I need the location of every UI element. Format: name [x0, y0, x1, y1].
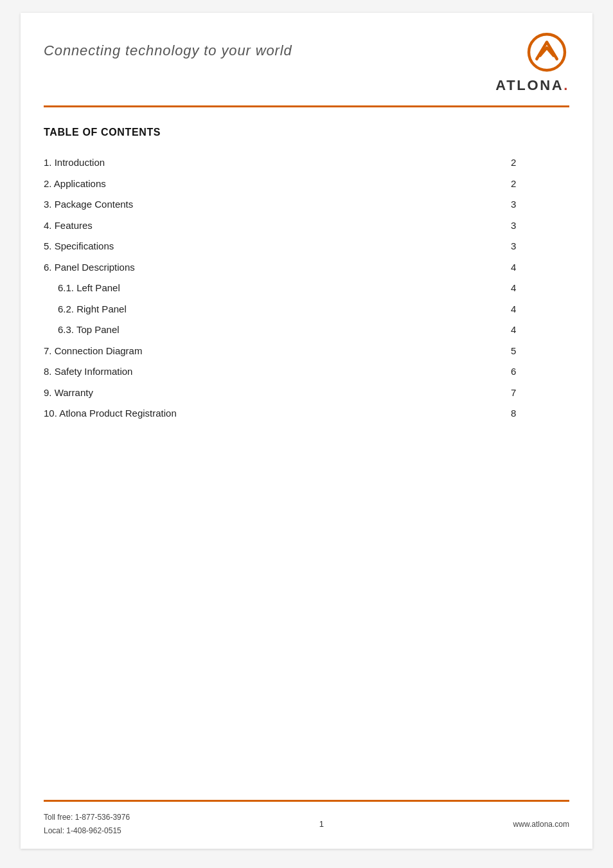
- svg-point-0: [529, 34, 565, 70]
- toc-row: 8. Safety Information6: [44, 361, 569, 383]
- footer-content: Toll free: 1-877-536-3976 Local: 1-408-9…: [21, 802, 592, 849]
- toc-item-page: 4: [511, 278, 569, 299]
- toc-item-label: 6.2. Right Panel: [44, 299, 511, 320]
- toc-row: 9. Warranty7: [44, 383, 569, 404]
- local-label: Local:: [44, 826, 66, 835]
- header: Connecting technology to your world ATLO…: [21, 13, 592, 94]
- toc-item-page: 2: [511, 152, 569, 174]
- toc-row: 6.3. Top Panel4: [44, 320, 569, 341]
- toc-item-page: 3: [511, 194, 569, 215]
- logo-text: ATLONA.: [495, 77, 569, 94]
- toc-row: 1. Introduction2: [44, 152, 569, 174]
- toll-free-number: 1-877-536-3976: [75, 813, 130, 822]
- local-line: Local: 1-408-962-0515: [44, 824, 130, 837]
- footer-contact: Toll free: 1-877-536-3976 Local: 1-408-9…: [44, 811, 130, 837]
- toc-item-label: 6. Panel Descriptions: [44, 257, 511, 278]
- toc-title: TABLE OF CONTENTS: [44, 127, 569, 138]
- footer: Toll free: 1-877-536-3976 Local: 1-408-9…: [21, 800, 592, 849]
- toll-free-label: Toll free:: [44, 813, 75, 822]
- toc-item-page: 8: [511, 403, 569, 424]
- toc-item-label: 4. Features: [44, 215, 511, 237]
- local-number: 1-408-962-0515: [66, 826, 121, 835]
- toc-item-page: 5: [511, 341, 569, 362]
- toc-table: 1. Introduction22. Applications23. Packa…: [44, 152, 569, 424]
- toc-row: 10. Atlona Product Registration8: [44, 403, 569, 424]
- toc-item-label: 1. Introduction: [44, 152, 511, 174]
- toc-item-label: 8. Safety Information: [44, 361, 511, 383]
- toc-item-page: 7: [511, 383, 569, 404]
- toc-item-label: 2. Applications: [44, 174, 511, 195]
- toc-item-label: 7. Connection Diagram: [44, 341, 511, 362]
- logo-area: ATLONA.: [495, 31, 569, 94]
- main-content: TABLE OF CONTENTS 1. Introduction22. App…: [21, 107, 592, 437]
- toc-item-page: 2: [511, 174, 569, 195]
- toc-row: 3. Package Contents3: [44, 194, 569, 215]
- toc-item-page: 4: [511, 299, 569, 320]
- toc-row: 6. Panel Descriptions4: [44, 257, 569, 278]
- logo-dot: .: [564, 77, 569, 93]
- toc-item-label: 10. Atlona Product Registration: [44, 403, 511, 424]
- logo-brand: ATLONA: [495, 77, 564, 93]
- toc-row: 6.2. Right Panel4: [44, 299, 569, 320]
- toc-row: 4. Features3: [44, 215, 569, 237]
- toc-item-page: 6: [511, 361, 569, 383]
- tagline: Connecting technology to your world: [44, 31, 292, 59]
- toc-row: 6.1. Left Panel4: [44, 278, 569, 299]
- toc-item-page: 3: [511, 236, 569, 257]
- toc-item-label: 9. Warranty: [44, 383, 511, 404]
- toc-item-label: 5. Specifications: [44, 236, 511, 257]
- toc-row: 5. Specifications3: [44, 236, 569, 257]
- atlona-logo-icon: [524, 31, 569, 76]
- footer-website: www.atlona.com: [513, 820, 569, 829]
- toc-item-page: 4: [511, 320, 569, 341]
- footer-page-number: 1: [319, 819, 324, 829]
- toc-item-label: 6.3. Top Panel: [44, 320, 511, 341]
- toc-row: 7. Connection Diagram5: [44, 341, 569, 362]
- toc-item-page: 4: [511, 257, 569, 278]
- toc-item-label: 3. Package Contents: [44, 194, 511, 215]
- toc-item-label: 6.1. Left Panel: [44, 278, 511, 299]
- toll-free-line: Toll free: 1-877-536-3976: [44, 811, 130, 824]
- page: Connecting technology to your world ATLO…: [21, 13, 592, 849]
- toc-item-page: 3: [511, 215, 569, 237]
- toc-row: 2. Applications2: [44, 174, 569, 195]
